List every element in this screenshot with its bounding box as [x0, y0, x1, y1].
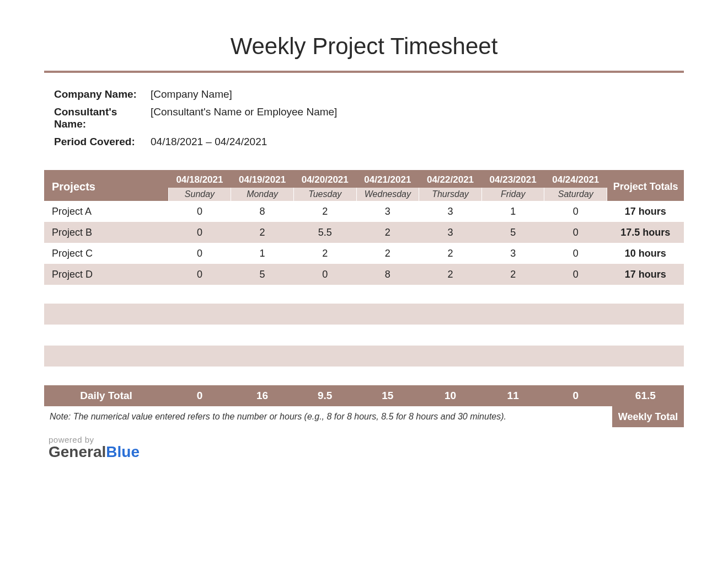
- hours-cell: 2: [356, 222, 419, 243]
- hours-cell: 2: [481, 264, 544, 285]
- timesheet-table: Projects 04/18/2021 04/19/2021 04/20/202…: [44, 170, 684, 285]
- hours-cell: 8: [231, 201, 294, 222]
- hours-cell: 0: [544, 243, 607, 264]
- hours-cell: 2: [231, 222, 294, 243]
- project-total: 17.5 hours: [607, 222, 684, 243]
- col-day-1: Monday: [231, 188, 294, 201]
- spacer-block: [44, 304, 684, 367]
- col-day-4: Thursday: [419, 188, 482, 201]
- project-total: 10 hours: [607, 243, 684, 264]
- hours-cell: 2: [419, 264, 482, 285]
- hours-cell: 8: [356, 264, 419, 285]
- daily-total-5: 11: [481, 385, 544, 406]
- daily-total-4: 10: [419, 385, 482, 406]
- col-date-6: 04/24/2021: [544, 170, 607, 188]
- hours-cell: 1: [231, 243, 294, 264]
- project-name: Project B: [44, 222, 168, 243]
- col-date-2: 04/20/2021: [293, 170, 356, 188]
- col-project-totals: Project Totals: [607, 170, 684, 201]
- daily-total-label: Daily Total: [44, 385, 168, 406]
- hours-cell: 0: [544, 264, 607, 285]
- brand-logo: GeneralBlue: [49, 443, 684, 461]
- col-projects: Projects: [44, 170, 168, 201]
- hours-cell: 3: [419, 201, 482, 222]
- project-name: Project A: [44, 201, 168, 222]
- page-title: Weekly Project Timesheet: [44, 33, 684, 60]
- col-date-0: 04/18/2021: [168, 170, 231, 188]
- meta-block: Company Name: [Company Name] Consultant'…: [54, 88, 684, 148]
- project-total: 17 hours: [607, 264, 684, 285]
- col-date-3: 04/21/2021: [356, 170, 419, 188]
- hours-cell: 1: [481, 201, 544, 222]
- brand-blue: Blue: [106, 443, 140, 460]
- project-total: 17 hours: [607, 201, 684, 222]
- consultant-value: [Consultant's Name or Employee Name]: [151, 106, 337, 130]
- hours-cell: 0: [168, 243, 231, 264]
- hours-cell: 0: [544, 222, 607, 243]
- table-row: Project D050822017 hours: [44, 264, 684, 285]
- hours-cell: 0: [544, 201, 607, 222]
- brand-general: General: [49, 443, 106, 460]
- hours-cell: 5: [481, 222, 544, 243]
- spacer-bar: [44, 304, 684, 325]
- col-day-6: Saturday: [544, 188, 607, 201]
- hours-cell: 2: [419, 243, 482, 264]
- period-label: Period Covered:: [54, 136, 151, 148]
- hours-cell: 0: [293, 264, 356, 285]
- project-name: Project C: [44, 243, 168, 264]
- daily-total-grand: 61.5: [607, 385, 684, 406]
- col-day-0: Sunday: [168, 188, 231, 201]
- daily-total-0: 0: [168, 385, 231, 406]
- daily-total-2: 9.5: [293, 385, 356, 406]
- consultant-label: Consultant's Name:: [54, 106, 151, 130]
- hours-cell: 3: [481, 243, 544, 264]
- hours-cell: 0: [168, 264, 231, 285]
- table-row: Project B025.5235017.5 hours: [44, 222, 684, 243]
- col-date-1: 04/19/2021: [231, 170, 294, 188]
- daily-total-6: 0: [544, 385, 607, 406]
- footer-row: Note: The numerical value entered refers…: [44, 406, 684, 427]
- col-day-3: Wednesday: [356, 188, 419, 201]
- hours-cell: 2: [293, 201, 356, 222]
- daily-total-1: 16: [231, 385, 294, 406]
- hours-cell: 2: [356, 243, 419, 264]
- weekly-total-label: Weekly Total: [612, 406, 684, 427]
- hours-cell: 5.5: [293, 222, 356, 243]
- note-text: Note: The numerical value entered refers…: [44, 406, 612, 427]
- powered-by-block: powered by GeneralBlue: [49, 435, 684, 461]
- daily-total-3: 15: [356, 385, 419, 406]
- table-row: Project A082331017 hours: [44, 201, 684, 222]
- hours-cell: 0: [168, 201, 231, 222]
- hours-cell: 2: [293, 243, 356, 264]
- spacer-bar: [44, 346, 684, 367]
- col-day-5: Friday: [481, 188, 544, 201]
- col-day-2: Tuesday: [293, 188, 356, 201]
- table-row: Project C012223010 hours: [44, 243, 684, 264]
- project-name: Project D: [44, 264, 168, 285]
- col-date-4: 04/22/2021: [419, 170, 482, 188]
- company-value: [Company Name]: [151, 88, 232, 100]
- hours-cell: 3: [419, 222, 482, 243]
- daily-total-table: Daily Total 0 16 9.5 15 10 11 0 61.5: [44, 385, 684, 406]
- period-value: 04/18/2021 – 04/24/2021: [151, 136, 267, 148]
- title-rule: [44, 71, 684, 73]
- hours-cell: 3: [356, 201, 419, 222]
- company-label: Company Name:: [54, 88, 151, 100]
- hours-cell: 0: [168, 222, 231, 243]
- col-date-5: 04/23/2021: [481, 170, 544, 188]
- hours-cell: 5: [231, 264, 294, 285]
